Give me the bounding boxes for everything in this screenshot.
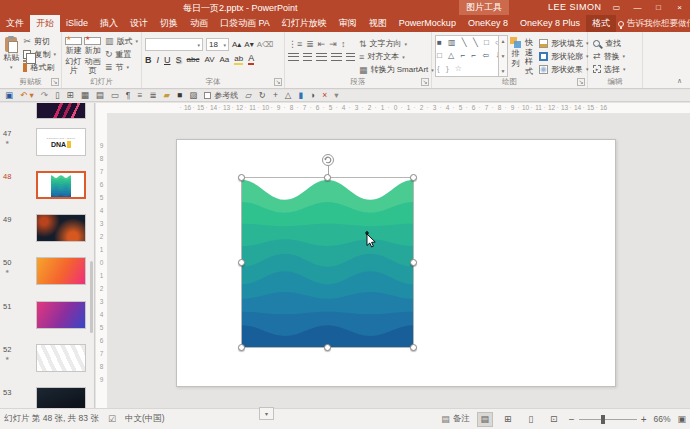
slideshow-view-button[interactable]: ⊡ bbox=[546, 412, 562, 427]
maximize-icon[interactable]: □ bbox=[648, 0, 669, 15]
copy-button[interactable]: 复制 ▾ bbox=[21, 48, 58, 60]
slide-sorter-view-button[interactable]: ⊞ bbox=[500, 412, 516, 427]
reset-button[interactable]: ↻ 重置 bbox=[103, 48, 140, 60]
bullets-button[interactable]: ⋮≡ bbox=[288, 39, 302, 49]
pattern-fill-icon[interactable]: ▨ bbox=[189, 90, 197, 101]
new-slide-button[interactable]: 新建 幻灯片 bbox=[65, 35, 82, 76]
italic-button[interactable]: I bbox=[157, 55, 160, 65]
insert-table-icon[interactable]: ⊞ bbox=[67, 90, 74, 101]
columns-button[interactable] bbox=[346, 53, 355, 61]
ribbon-display-options-icon[interactable]: ▭ bbox=[606, 0, 627, 15]
text-highlight-button[interactable]: ab bbox=[234, 54, 243, 65]
font-color-button[interactable]: A bbox=[248, 54, 254, 65]
resize-handle-nw[interactable] bbox=[238, 174, 245, 181]
resize-handle-w[interactable] bbox=[238, 259, 245, 266]
change-case-button[interactable]: Aa bbox=[220, 55, 230, 64]
tell-me-box[interactable]: 告诉我你想要做什么 bbox=[618, 18, 690, 30]
strikethrough-button[interactable]: abc bbox=[187, 55, 200, 64]
paste-button[interactable]: 粘贴 ▾ bbox=[3, 35, 19, 76]
increase-indent-button[interactable]: ⇥ bbox=[329, 39, 337, 49]
drawing-dialog-launcher[interactable]: ↘ bbox=[577, 78, 585, 86]
section-button[interactable]: ≣ 节 ▾ bbox=[103, 61, 140, 73]
paragraph-dialog-launcher[interactable]: ↘ bbox=[421, 78, 429, 86]
font-dialog-launcher[interactable]: ↘ bbox=[274, 78, 282, 86]
shrink-font-button[interactable]: A▾ bbox=[244, 40, 253, 49]
align-text-button[interactable]: ≡ 对齐文本 ▾ bbox=[357, 51, 436, 62]
resize-handle-e[interactable] bbox=[410, 259, 417, 266]
slide-show-from-current-icon[interactable]: ▯ bbox=[55, 90, 60, 101]
slide-48-thumbnail[interactable] bbox=[36, 171, 86, 199]
clear-formatting-button[interactable]: A⌫ bbox=[257, 40, 274, 49]
text-direction-button[interactable]: ⇅ 文字方向 ▾ bbox=[357, 38, 436, 49]
precise-move-icon[interactable]: + bbox=[273, 90, 278, 101]
character-spacing-button[interactable]: AV bbox=[204, 55, 214, 64]
select-button[interactable]: ▸ 选择 ▾ bbox=[591, 63, 628, 75]
shape-effects-button[interactable]: 形状效果 ▾ bbox=[537, 63, 591, 75]
undo-icon[interactable]: ↶ ▾ bbox=[20, 90, 34, 101]
resize-handle-n[interactable] bbox=[324, 174, 331, 181]
slide-46-thumbnail[interactable] bbox=[36, 103, 86, 119]
align-right-button[interactable] bbox=[316, 53, 327, 61]
collapse-ribbon-icon[interactable]: ∧ bbox=[677, 77, 682, 85]
reading-view-button[interactable]: ▯ bbox=[523, 412, 539, 427]
qat-overflow-icon[interactable]: ▾ bbox=[334, 90, 338, 101]
color-swatch-icon[interactable]: ▰ bbox=[164, 90, 171, 101]
close-icon[interactable]: × bbox=[669, 0, 690, 15]
font-name-combobox[interactable]: ▾ bbox=[145, 38, 203, 51]
zoom-out-button[interactable]: − bbox=[569, 414, 575, 425]
rotate-object-icon[interactable]: ↻ bbox=[259, 90, 266, 101]
shape-outline-button[interactable]: 形状轮廓 ▾ bbox=[537, 50, 591, 62]
merge-shapes-icon[interactable]: ▱ bbox=[245, 90, 252, 101]
shapes-gallery[interactable]: ■ ▥ ╲ ╲ □ ○ □ △ ⌐ ⌐ ⇦ ⇩ { } ☆ bbox=[435, 35, 499, 77]
zoom-slider-thumb[interactable] bbox=[601, 415, 605, 424]
format-painter-button[interactable]: 格式刷 bbox=[21, 61, 58, 73]
slide-53-thumbnail[interactable] bbox=[36, 387, 86, 408]
resize-handle-ne[interactable] bbox=[410, 174, 417, 181]
justify-button[interactable] bbox=[331, 53, 342, 61]
line-spacing-button[interactable]: ↕ bbox=[341, 39, 346, 49]
tab-slideshow[interactable]: 幻灯片放映 bbox=[276, 15, 333, 32]
slide-51-thumbnail[interactable] bbox=[36, 301, 86, 329]
fill-dark-icon[interactable]: ■ bbox=[177, 90, 182, 101]
slide-49-thumbnail[interactable] bbox=[36, 214, 86, 242]
contrast-tool-icon[interactable]: ◑ bbox=[310, 90, 315, 101]
decrease-indent-button[interactable]: ⇤ bbox=[318, 39, 326, 49]
tab-format[interactable]: 格式 bbox=[586, 15, 616, 32]
tab-insert[interactable]: 插入 bbox=[94, 15, 124, 32]
insert-text-box-icon[interactable]: ▭ bbox=[111, 90, 119, 101]
resize-handle-se[interactable] bbox=[410, 344, 417, 351]
language-indicator[interactable]: 中文(中国) bbox=[125, 413, 165, 425]
convert-smartart-button[interactable]: ▦ 转换为 SmartArt ▾ bbox=[357, 64, 436, 75]
zoom-percentage[interactable]: 66% bbox=[653, 414, 670, 424]
grow-font-button[interactable]: A▴ bbox=[232, 40, 241, 49]
info-bar-icon[interactable]: ▮ bbox=[298, 90, 303, 101]
align-text-icon[interactable]: ≡ bbox=[137, 90, 142, 101]
underline-button[interactable]: U bbox=[164, 55, 171, 65]
distribute-icon[interactable]: ≣ bbox=[149, 90, 156, 101]
tab-home[interactable]: 开始 bbox=[30, 15, 60, 32]
save-icon[interactable]: ▣ bbox=[5, 90, 13, 101]
slide-47-thumbnail[interactable]: SOMETHING ABOUTDNA bbox=[36, 128, 86, 156]
resize-handle-sw[interactable] bbox=[238, 344, 245, 351]
rotate-handle-icon[interactable] bbox=[321, 153, 335, 167]
shapes-gallery-scrollbar[interactable]: ▲ ▼ ▼ bbox=[499, 35, 508, 77]
tab-powermockup[interactable]: PowerMockup bbox=[393, 15, 462, 32]
scroll-dropdown-button[interactable]: ▾ bbox=[259, 407, 274, 420]
font-size-combobox[interactable]: 18▾ bbox=[206, 38, 229, 51]
cut-button[interactable]: ✂ 剪切 bbox=[21, 35, 58, 47]
triangle-tool-icon[interactable]: △ bbox=[285, 90, 292, 101]
normal-view-button[interactable]: ▤ bbox=[477, 412, 493, 427]
zoom-in-button[interactable]: + bbox=[641, 414, 647, 425]
tab-onekey8[interactable]: OneKey 8 bbox=[462, 15, 514, 32]
slide-surface[interactable] bbox=[176, 139, 616, 387]
slide-50-thumbnail[interactable] bbox=[36, 257, 86, 285]
tab-file[interactable]: 文件 bbox=[0, 15, 30, 32]
arrange-button[interactable]: 排列 bbox=[510, 35, 521, 76]
tab-view[interactable]: 视图 bbox=[363, 15, 393, 32]
tab-design[interactable]: 设计 bbox=[124, 15, 154, 32]
delete-tool-icon[interactable]: × bbox=[322, 90, 327, 101]
notes-button[interactable]: ▤ 备注 bbox=[441, 413, 470, 425]
tab-review[interactable]: 审阅 bbox=[333, 15, 363, 32]
fit-to-window-icon[interactable]: ▣ bbox=[677, 414, 686, 424]
new-animation-page-button[interactable]: 新加 动画页 bbox=[84, 35, 101, 76]
